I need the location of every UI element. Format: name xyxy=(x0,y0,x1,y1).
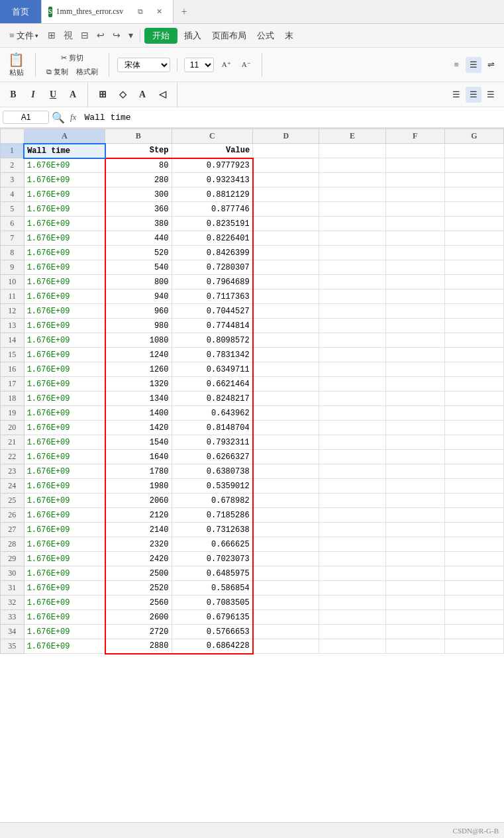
align-center-btn[interactable]: ☰ xyxy=(466,57,481,73)
cell-f-16[interactable] xyxy=(385,362,444,377)
cell-b-19[interactable]: 1400 xyxy=(105,406,172,421)
cell-e-25[interactable] xyxy=(319,494,385,508)
cell-b-33[interactable]: 2600 xyxy=(105,610,172,625)
cell-d-9[interactable] xyxy=(253,260,319,275)
cell-f-7[interactable] xyxy=(385,231,444,246)
cell-b-6[interactable]: 380 xyxy=(105,217,172,231)
cell-a-15[interactable]: 1.676E+09 xyxy=(24,348,105,362)
close-tab-btn[interactable]: ✕ xyxy=(151,4,167,20)
cell-a-17[interactable]: 1.676E+09 xyxy=(24,377,105,392)
cell-d-17[interactable] xyxy=(253,377,319,392)
cell-c-26[interactable]: 0.7185286 xyxy=(172,508,253,523)
cell-a-16[interactable]: 1.676E+09 xyxy=(24,362,105,377)
cell-e-29[interactable] xyxy=(319,552,385,566)
cell-f-14[interactable] xyxy=(385,333,444,348)
cell-e-10[interactable] xyxy=(319,275,385,289)
cell-g-16[interactable] xyxy=(444,362,503,377)
cell-e-21[interactable] xyxy=(319,435,385,450)
cell-b-14[interactable]: 1080 xyxy=(105,333,172,348)
cell-f-32[interactable] xyxy=(385,596,444,610)
cell-e-32[interactable] xyxy=(319,596,385,610)
cell-d-30[interactable] xyxy=(253,566,319,581)
cell-e-14[interactable] xyxy=(319,333,385,348)
cell-g-34[interactable] xyxy=(444,625,503,639)
cell-b-31[interactable]: 2520 xyxy=(105,581,172,596)
cell-a-35[interactable]: 1.676E+09 xyxy=(24,639,105,654)
cell-c-21[interactable]: 0.7932311 xyxy=(172,435,253,450)
cell-b-5[interactable]: 360 xyxy=(105,202,172,217)
cell-e-20[interactable] xyxy=(319,421,385,435)
cell-d-32[interactable] xyxy=(253,596,319,610)
cell-e-24[interactable] xyxy=(319,479,385,494)
cell-d-10[interactable] xyxy=(253,275,319,289)
cell-c-22[interactable]: 0.6266327 xyxy=(172,450,253,464)
cell-f-17[interactable] xyxy=(385,377,444,392)
cell-f-19[interactable] xyxy=(385,406,444,421)
cell-e-8[interactable] xyxy=(319,246,385,260)
cell-d-20[interactable] xyxy=(253,421,319,435)
cell-a-7[interactable]: 1.676E+09 xyxy=(24,231,105,246)
cell-e-16[interactable] xyxy=(319,362,385,377)
font-name-selector[interactable]: 宋体 xyxy=(117,58,170,72)
cell-b-30[interactable]: 2500 xyxy=(105,566,172,581)
cell-f-6[interactable] xyxy=(385,217,444,231)
cell-a-9[interactable]: 1.676E+09 xyxy=(24,260,105,275)
right-align-btn[interactable]: ☰ xyxy=(483,87,499,103)
toolbar-icon-1[interactable]: ⊞ xyxy=(45,28,58,42)
cell-b-18[interactable]: 1340 xyxy=(105,392,172,406)
cell-b-4[interactable]: 300 xyxy=(105,187,172,202)
cell-f-25[interactable] xyxy=(385,494,444,508)
grow-font-btn[interactable]: A⁺ xyxy=(219,59,234,70)
format-painter-button[interactable]: 格式刷 xyxy=(74,66,101,78)
cell-d-8[interactable] xyxy=(253,246,319,260)
cell-e-17[interactable] xyxy=(319,377,385,392)
cell-b-32[interactable]: 2560 xyxy=(105,596,172,610)
cell-a-21[interactable]: 1.676E+09 xyxy=(24,435,105,450)
cell-d-31[interactable] xyxy=(253,581,319,596)
cell-c-23[interactable]: 0.6380738 xyxy=(172,464,253,479)
cell-e-6[interactable] xyxy=(319,217,385,231)
font-color-button[interactable]: A xyxy=(134,87,150,103)
cell-e-30[interactable] xyxy=(319,566,385,581)
cell-f-4[interactable] xyxy=(385,187,444,202)
cell-f-2[interactable] xyxy=(385,158,444,173)
cell-b-20[interactable]: 1420 xyxy=(105,421,172,435)
cell-g-24[interactable] xyxy=(444,479,503,494)
cell-c-11[interactable]: 0.7117363 xyxy=(172,289,253,304)
wrap-btn[interactable]: ⇌ xyxy=(483,57,499,73)
shrink-font-btn[interactable]: A⁻ xyxy=(239,59,254,70)
cell-b-15[interactable]: 1240 xyxy=(105,348,172,362)
cell-a-34[interactable]: 1.676E+09 xyxy=(24,625,105,639)
cell-c-16[interactable]: 0.6349711 xyxy=(172,362,253,377)
fill-color-button[interactable]: ◇ xyxy=(115,87,130,103)
cell-a-33[interactable]: 1.676E+09 xyxy=(24,610,105,625)
cell-f-33[interactable] xyxy=(385,610,444,625)
cell-a-12[interactable]: 1.676E+09 xyxy=(24,304,105,319)
cell-d-7[interactable] xyxy=(253,231,319,246)
cell-d-21[interactable] xyxy=(253,435,319,450)
cell-a-30[interactable]: 1.676E+09 xyxy=(24,566,105,581)
cell-b-28[interactable]: 2320 xyxy=(105,537,172,552)
cell-g-22[interactable] xyxy=(444,450,503,464)
cell-c-24[interactable]: 0.5359012 xyxy=(172,479,253,494)
col-header-f[interactable]: F xyxy=(385,129,444,144)
border-button[interactable]: ⊞ xyxy=(95,87,111,103)
cell-f-8[interactable] xyxy=(385,246,444,260)
cell-f-29[interactable] xyxy=(385,552,444,566)
restore-btn[interactable]: ⧉ xyxy=(132,4,148,20)
cell-c-32[interactable]: 0.7083505 xyxy=(172,596,253,610)
undo-icon[interactable]: ↩ xyxy=(94,28,107,42)
cell-b-10[interactable]: 800 xyxy=(105,275,172,289)
cell-e-7[interactable] xyxy=(319,231,385,246)
cell-b-9[interactable]: 540 xyxy=(105,260,172,275)
font-size-selector[interactable]: 11 xyxy=(184,58,214,72)
cell-b-3[interactable]: 280 xyxy=(105,173,172,187)
cell-c-8[interactable]: 0.8426399 xyxy=(172,246,253,260)
cell-c-31[interactable]: 0.586854 xyxy=(172,581,253,596)
cell-a-4[interactable]: 1.676E+09 xyxy=(24,187,105,202)
tab-home[interactable]: 首页 xyxy=(0,0,41,23)
cell-b-21[interactable]: 1540 xyxy=(105,435,172,450)
cell-d-11[interactable] xyxy=(253,289,319,304)
cell-g-2[interactable] xyxy=(444,158,503,173)
cell-e-11[interactable] xyxy=(319,289,385,304)
